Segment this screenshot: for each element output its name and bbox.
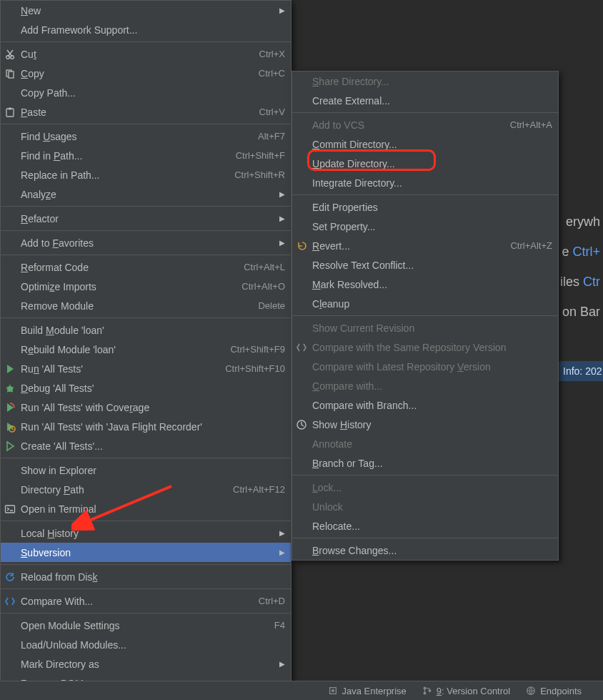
menu-item-label: Run 'All Tests' with 'Java Flight Record… [21,421,285,433]
subversion-menu-item[interactable]: Mark Resolved... [292,275,558,294]
blank-icon [295,75,308,88]
menu-separator [1,206,291,207]
blank-icon [295,544,308,557]
tool-java-enterprise[interactable]: Java Enterprise [328,686,407,696]
main-menu-item[interactable]: Optimize ImportsCtrl+Alt+O [1,277,291,296]
main-menu-item[interactable]: Find in Path...Ctrl+Shift+F [1,146,291,165]
main-menu-item[interactable]: Remove ModuleDelete [1,296,291,315]
menu-separator [1,124,291,124]
create-run-icon [4,440,16,453]
subversion-menu-item[interactable]: Revert...Ctrl+Alt+Z [292,236,558,255]
tool-version-control[interactable]: 9: Version Control [422,686,510,696]
blank-icon [4,343,16,356]
blank-icon [4,619,16,632]
subversion-menu-item[interactable]: Integrate Directory... [292,173,558,192]
main-menu-item[interactable]: Run 'All Tests'Ctrl+Shift+F10 [1,359,291,378]
main-menu-item[interactable]: Add to Favorites▶ [1,233,291,252]
main-menu-item[interactable]: Open in Terminal [1,499,291,518]
context-menu-main[interactable]: New▶Add Framework Support...CutCtrl+XCop… [0,0,291,700]
main-menu-item[interactable]: Find UsagesAlt+F7 [1,127,291,146]
context-menu-subversion[interactable]: Share Directory...Create External...Add … [291,71,559,561]
svg-rect-3 [9,72,14,78]
run-icon [4,363,16,375]
subversion-menu-item[interactable]: Relocate... [292,516,558,536]
main-menu-item[interactable]: Compare With...Ctrl+D [1,591,291,611]
subversion-menu-item[interactable]: Cleanup [292,294,558,313]
menu-item-label: Load/Unload Modules... [21,639,285,651]
menu-item-shortcut: Ctrl+Alt+A [510,119,552,130]
subversion-menu-item[interactable]: Compare with Branch... [292,395,558,415]
main-menu-item[interactable]: CutCtrl+X [1,44,291,64]
menu-item-shortcut: F4 [274,620,285,631]
hint-text: e [562,245,572,259]
svg-rect-8 [6,506,15,513]
blank-icon [295,322,308,335]
subversion-menu-item[interactable]: Edit Properties [292,197,558,217]
blank-icon [4,188,16,201]
subversion-menu-item: Show Current Revision [292,318,558,337]
blank-icon [295,481,308,494]
subversion-menu-item[interactable]: Browse Changes... [292,541,558,560]
menu-separator [1,317,291,318]
menu-item-label: Compare with Branch... [312,400,552,411]
menu-item-label: Revert... [312,240,489,252]
main-menu-item[interactable]: Create 'All Tests'... [1,436,291,455]
main-menu-item[interactable]: Directory PathCtrl+Alt+F12 [1,480,291,499]
main-menu-item[interactable]: Add Framework Support... [1,20,291,39]
menu-item-label: Compare with... [312,380,552,392]
terminal-icon [4,503,16,516]
main-menu-item[interactable]: Build Module 'loan' [1,320,291,340]
blank-icon [295,399,308,412]
subversion-menu-item[interactable]: Resolve Text Conflict... [292,255,558,275]
subversion-menu-item[interactable]: Update Directory... [292,154,558,173]
subversion-menu-item[interactable]: Create External... [292,91,558,110]
menu-separator [292,315,558,316]
main-menu-item[interactable]: New▶ [1,1,291,20]
menu-item-label: Find Usages [21,131,236,142]
subversion-menu-item[interactable]: Show History [292,415,558,434]
menu-item-shortcut: Ctrl+Alt+O [241,281,285,292]
main-menu-item[interactable]: Refactor▶ [1,209,291,228]
subversion-menu-item[interactable]: Branch or Tag... [292,453,558,473]
main-menu-item[interactable]: CopyCtrl+C [1,64,291,83]
menu-item-label: Show in Explorer [21,465,285,476]
blank-icon [295,138,308,151]
tool-label: Java Enterprise [342,686,407,696]
menu-separator [292,194,558,195]
main-menu-item[interactable]: Reload from Disk [1,567,291,586]
main-menu-item[interactable]: Analyze▶ [1,184,291,204]
main-menu-item[interactable]: PasteCtrl+V [1,102,291,122]
menu-item-label: Annotate [312,438,552,450]
tool-endpoints[interactable]: Endpoints [526,686,582,696]
main-menu-item[interactable]: Subversion▶ [1,543,291,562]
coverage-icon [4,401,16,414]
menu-item-label: Unlock [312,501,552,513]
main-menu-item[interactable]: Debug 'All Tests' [1,378,291,398]
subversion-menu-item[interactable]: Commit Directory... [292,134,558,154]
subversion-menu-item: Annotate [292,434,558,453]
main-menu-item[interactable]: Replace in Path...Ctrl+Shift+R [1,165,291,184]
menu-item-label: Open Module Settings [21,620,253,631]
menu-item-label: Integrate Directory... [312,177,552,189]
main-menu-item[interactable]: Rebuild Module 'loan'Ctrl+Shift+F9 [1,340,291,359]
tool-label: Endpoints [540,686,582,696]
info-banner[interactable]: Info: 202 [559,361,603,381]
menu-separator [1,255,291,255]
history-icon [295,418,308,431]
menu-item-label: Create External... [312,95,552,107]
menu-item-label: Cut [21,49,238,60]
main-menu-item[interactable]: Mark Directory as▶ [1,654,291,674]
menu-item-label: Cleanup [312,298,552,310]
main-menu-item[interactable]: Copy Path... [1,83,291,102]
menu-item-label: Add to VCS [312,119,489,131]
diff-icon [4,595,16,608]
subversion-menu-item[interactable]: Set Property... [292,217,558,236]
main-menu-item[interactable]: Load/Unload Modules... [1,635,291,654]
main-menu-item[interactable]: Local History▶ [1,523,291,543]
menu-item-label: Show History [312,419,552,430]
main-menu-item[interactable]: Run 'All Tests' with Coverage [1,398,291,417]
main-menu-item[interactable]: Show in Explorer [1,460,291,480]
main-menu-item[interactable]: Open Module SettingsF4 [1,616,291,635]
main-menu-item[interactable]: Run 'All Tests' with 'Java Flight Record… [1,417,291,436]
main-menu-item[interactable]: Reformat CodeCtrl+Alt+L [1,257,291,277]
